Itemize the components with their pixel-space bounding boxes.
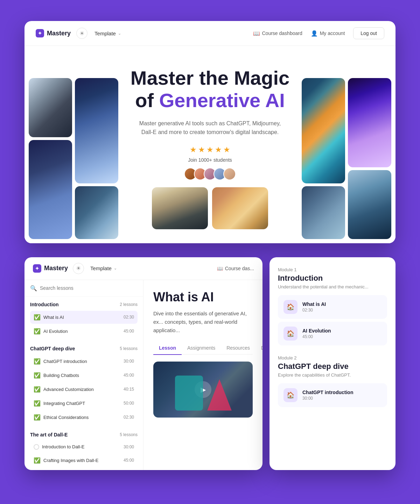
lesson-layout: 🔍 Introduction2 lessons✅What is AI02:30✅… bbox=[24, 280, 262, 470]
check-icon: ✅ bbox=[34, 457, 41, 464]
lesson-duration: 30:00 bbox=[124, 444, 134, 449]
lesson-name: AI Evolution bbox=[43, 329, 68, 334]
module-section: Module 2ChatGPT deep diveExplore the cap… bbox=[278, 355, 387, 407]
lesson-item-left: ✅AI Evolution bbox=[34, 328, 68, 335]
lesson-info: AI Evolution45:00 bbox=[302, 328, 382, 339]
bottom-course-link[interactable]: 📖 Course das... bbox=[217, 266, 254, 271]
lesson-section: Introduction2 lessons✅What is AI02:30✅AI… bbox=[24, 297, 143, 341]
bottom-right-card: Module 1IntroductionUnderstand the poten… bbox=[270, 257, 396, 470]
theme-toggle[interactable]: ☀ bbox=[76, 28, 88, 39]
lesson-count: 5 lessons bbox=[120, 432, 138, 437]
tab-assignments[interactable]: Assignments bbox=[182, 342, 221, 355]
bottom-brand-name: Mastery bbox=[44, 265, 68, 272]
hero-subtitle: Master generative AI tools such as ChatG… bbox=[136, 119, 284, 137]
lesson-name: Crafting Images with Dall-E bbox=[43, 458, 99, 463]
bottom-brand-logo[interactable]: ✦ Mastery bbox=[33, 264, 68, 273]
red-shape bbox=[207, 379, 232, 411]
list-item[interactable]: ✅ChatGPT introduction30:00 bbox=[30, 355, 138, 368]
lesson-info-name: AI Evolution bbox=[302, 328, 382, 334]
user-icon: 👤 bbox=[311, 30, 318, 37]
course-dashboard-label: Course dashboard bbox=[262, 30, 302, 36]
lesson-info-name: ChatGPT introduction bbox=[302, 390, 382, 395]
hero-image-1 bbox=[29, 78, 72, 137]
wand-icon: ✦ bbox=[36, 29, 44, 37]
lesson-duration: 02:30 bbox=[124, 315, 134, 320]
lesson-duration: 02:30 bbox=[124, 415, 134, 420]
hero-image-2 bbox=[29, 140, 72, 239]
module-label: Module 1 bbox=[278, 267, 387, 272]
avatar-5 bbox=[223, 168, 236, 180]
video-shapes bbox=[175, 376, 232, 411]
template-label: Template bbox=[94, 30, 116, 36]
chevron-down-icon: ⌄ bbox=[118, 31, 121, 36]
list-item[interactable]: Introduction to Dall-E30:00 bbox=[30, 441, 138, 453]
hero-image-4 bbox=[75, 186, 118, 239]
module-subtitle: Explore the capabilities of ChatGPT. bbox=[278, 372, 387, 378]
bottom-image-2 bbox=[212, 187, 268, 229]
logout-button[interactable]: Log out bbox=[353, 27, 384, 39]
section-title: The art of Dall-E bbox=[30, 432, 68, 438]
list-item[interactable]: 🏠AI Evolution45:00 bbox=[278, 322, 387, 345]
hero-image-6 bbox=[302, 186, 345, 239]
search-box: 🔍 bbox=[24, 280, 143, 297]
brand-name: Mastery bbox=[47, 30, 71, 37]
list-item[interactable]: ✅AI Evolution45:00 bbox=[30, 325, 138, 338]
lesson-name: Introduction to Dall-E bbox=[42, 444, 84, 449]
section-header: ChatGPT deep dive5 lessons bbox=[30, 346, 138, 351]
top-nav: ✦ Mastery ☀ Template ⌄ 📖 Course dashboar… bbox=[24, 21, 396, 46]
img-col-left-1 bbox=[29, 78, 72, 239]
lesson-info-duration: 02:30 bbox=[302, 308, 382, 313]
lesson-info-duration: 30:00 bbox=[302, 396, 382, 401]
lesson-name: Advanced Customization bbox=[43, 387, 94, 392]
my-account-link[interactable]: 👤 My account bbox=[311, 30, 345, 37]
tab-lesson[interactable]: Lesson bbox=[153, 342, 182, 355]
hero-title-line1: Master the Magic bbox=[131, 67, 289, 89]
course-dashboard-link[interactable]: 📖 Course dashboard bbox=[253, 30, 302, 37]
list-item[interactable]: ✅Integrating ChatGPT50:00 bbox=[30, 397, 138, 410]
lesson-desc: Dive into the essentials of generative A… bbox=[153, 309, 253, 335]
hero-image-5 bbox=[302, 78, 345, 183]
module-label: Module 2 bbox=[278, 355, 387, 360]
list-item[interactable]: 🏠ChatGPT introduction30:00 bbox=[278, 383, 387, 407]
list-item[interactable]: ✅Ethical Considerations02:30 bbox=[30, 411, 138, 424]
list-item[interactable]: ✅Advanced Customization40:15 bbox=[30, 383, 138, 396]
my-account-label: My account bbox=[320, 30, 345, 36]
tab-resources[interactable]: Resources bbox=[221, 342, 255, 355]
lesson-count: 2 lessons bbox=[120, 302, 138, 307]
lesson-item-left: ✅Building Chatbots bbox=[34, 372, 79, 379]
nav-right: 📖 Course dashboard 👤 My account Log out bbox=[253, 27, 385, 39]
lesson-tabs: LessonAssignmentsResourcesDownloads bbox=[153, 342, 253, 355]
bottom-nav: ✦ Mastery ☀ Template ⌄ 📖 Course das... bbox=[24, 257, 262, 280]
lesson-info: ChatGPT introduction30:00 bbox=[302, 390, 382, 401]
star-5: ★ bbox=[223, 145, 230, 154]
list-item[interactable]: 🏠What is AI02:30 bbox=[278, 295, 387, 319]
search-icon: 🔍 bbox=[30, 285, 37, 292]
template-dropdown[interactable]: Template ⌄ bbox=[94, 30, 121, 36]
lesson-icon-box: 🏠 bbox=[284, 300, 298, 314]
sidebar-sections: Introduction2 lessons✅What is AI02:30✅AI… bbox=[24, 297, 143, 470]
hero-title-line2-pre: of bbox=[135, 89, 159, 111]
lesson-section: The art of Dall-E5 lessonsIntroduction t… bbox=[24, 427, 143, 470]
tab-downloads[interactable]: Downloads bbox=[255, 342, 262, 355]
lesson-duration: 50:00 bbox=[124, 401, 134, 406]
module-subtitle: Understand the potential and the mechani… bbox=[278, 284, 387, 289]
bottom-template-dropdown[interactable]: Template ⌄ bbox=[90, 265, 117, 271]
module-section: Module 1IntroductionUnderstand the poten… bbox=[278, 267, 387, 345]
video-thumbnail[interactable]: ▶ bbox=[153, 362, 253, 418]
list-item[interactable]: ✅Building Chatbots45:00 bbox=[30, 369, 138, 382]
lesson-name: Building Chatbots bbox=[43, 373, 79, 378]
list-item[interactable]: ✅Crafting Images with Dall-E45:00 bbox=[30, 454, 138, 467]
check-icon: ✅ bbox=[34, 328, 41, 335]
bottom-nav-right: 📖 Course das... bbox=[217, 266, 254, 271]
brand-logo[interactable]: ✦ Mastery bbox=[36, 29, 71, 37]
module-title: ChatGPT deep dive bbox=[278, 362, 387, 371]
search-input[interactable] bbox=[40, 285, 138, 291]
section-title: Introduction bbox=[30, 302, 59, 307]
lesson-name: Integrating ChatGPT bbox=[43, 401, 85, 406]
check-icon: ✅ bbox=[34, 314, 41, 321]
lesson-duration: 45:00 bbox=[124, 458, 134, 463]
list-item[interactable]: ✅What is AI02:30 bbox=[30, 311, 138, 324]
bottom-theme-toggle[interactable]: ☀ bbox=[73, 263, 84, 274]
hero-image-8 bbox=[348, 170, 391, 239]
book-icon: 📖 bbox=[253, 30, 260, 37]
